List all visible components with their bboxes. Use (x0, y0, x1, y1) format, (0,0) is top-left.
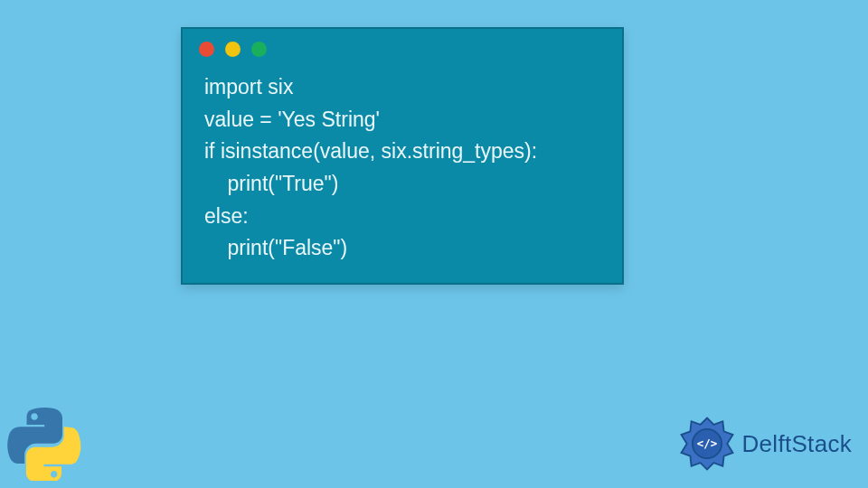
window-titlebar (183, 29, 622, 64)
code-line: if isinstance(value, six.string_types): (204, 139, 537, 163)
brand-name: DelftStack (742, 430, 853, 458)
code-body: import six value = 'Yes String' if isins… (183, 64, 622, 283)
brand-badge-icon: </> (679, 416, 735, 472)
code-line: print("True") (204, 172, 338, 195)
code-line: print("False") (204, 236, 347, 259)
brand: </> DelftStack (679, 416, 853, 472)
window-maximize-dot (251, 42, 267, 57)
code-window: import six value = 'Yes String' if isins… (181, 27, 624, 285)
code-line: else: (204, 204, 249, 228)
python-logo-icon (7, 407, 81, 481)
code-line: import six (204, 75, 293, 99)
window-minimize-dot (225, 42, 241, 57)
svg-text:</>: </> (696, 436, 716, 450)
window-close-dot (199, 42, 214, 57)
code-line: value = 'Yes String' (204, 108, 380, 131)
